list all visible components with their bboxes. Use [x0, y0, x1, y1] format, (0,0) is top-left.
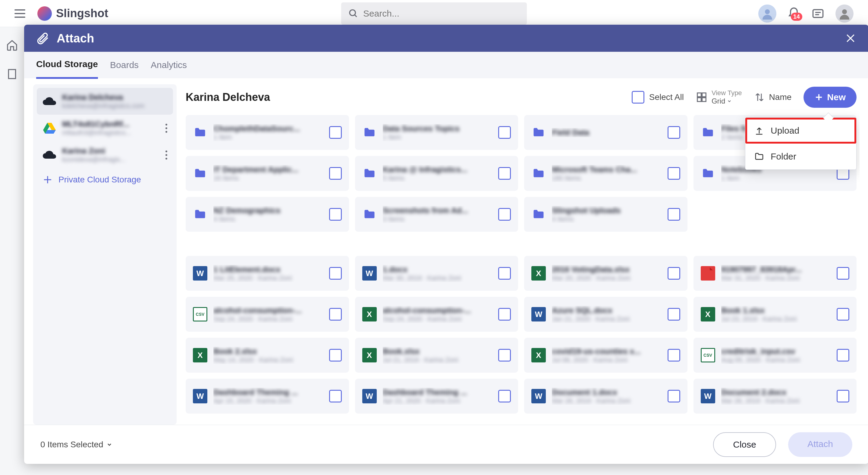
file-card[interactable]: W1.docxMar 30, 2019 · Karina Zoni — [355, 256, 518, 291]
file-checkbox[interactable] — [668, 167, 680, 180]
close-button[interactable] — [844, 32, 857, 44]
app-logo[interactable]: Slingshot — [37, 6, 108, 21]
file-meta: Mar 26, 2019 · Karina Zoni — [721, 397, 831, 405]
select-all-label: Select All — [649, 93, 684, 102]
file-checkbox[interactable] — [498, 126, 511, 139]
tab-analytics[interactable]: Analytics — [151, 52, 187, 78]
file-card[interactable]: Slingshot Uploads4 Items — [524, 197, 687, 232]
new-button[interactable]: New — [804, 87, 857, 108]
file-meta: 4 Items — [213, 215, 323, 223]
file-card[interactable]: Xcovid19-us-counties x...Jul 08, 2020 · … — [524, 338, 687, 373]
dialog-footer: 0 Items Selected Close Attach — [24, 425, 868, 464]
view-type-selector[interactable]: View Type Grid — [696, 89, 742, 105]
svg-rect-7 — [8, 70, 16, 78]
file-card[interactable]: 91907997_83918Apr...Mar 31, 2020 · Karin… — [693, 256, 857, 291]
account-more-button[interactable] — [165, 150, 167, 160]
file-checkbox[interactable] — [837, 390, 849, 403]
file-checkbox[interactable] — [498, 267, 511, 280]
file-meta: 16 Items — [213, 174, 323, 182]
file-card[interactable]: Xalcohol-consumption-...Sep 24, 2020 · K… — [355, 297, 518, 332]
file-checkbox[interactable] — [668, 126, 680, 139]
file-card[interactable]: CSVcreditrisk_input.csvAug 05, 2020 · Ka… — [693, 338, 857, 373]
file-checkbox[interactable] — [668, 349, 680, 362]
search-box[interactable] — [341, 2, 527, 25]
file-checkbox[interactable] — [329, 167, 342, 180]
add-storage-label: Private Cloud Storage — [59, 175, 141, 184]
items-selected-label: 0 Items Selected — [40, 440, 103, 449]
dropdown-upload[interactable]: Upload — [745, 118, 856, 144]
file-card[interactable]: XBook.xlsxJul 21, 2019 · Karina Zoni — [355, 338, 518, 373]
file-card[interactable]: Field Data — [524, 115, 687, 150]
file-name: Data Sources Topics — [383, 124, 493, 133]
file-checkbox[interactable] — [329, 208, 342, 220]
file-checkbox[interactable] — [668, 208, 680, 220]
file-card[interactable]: WAzure SQL.docxJan 21, 2020 · Karina Zon… — [524, 297, 687, 332]
building-icon[interactable] — [6, 68, 18, 80]
storage-account-onedrive-1[interactable]: Karina Delcheva kdelcheva@infragistics.c… — [37, 88, 173, 115]
select-all-control[interactable]: Select All — [632, 91, 684, 104]
file-checkbox[interactable] — [498, 390, 511, 403]
file-card[interactable]: WDocument 2.docxMar 26, 2019 · Karina Zo… — [693, 379, 857, 414]
file-name: Document 2.docx — [721, 388, 831, 397]
close-dialog-button[interactable]: Close — [713, 432, 776, 457]
dropdown-folder[interactable]: Folder — [745, 144, 856, 169]
account-name: Karina Delcheva — [62, 93, 167, 102]
svg-rect-21 — [702, 93, 706, 97]
file-checkbox[interactable] — [498, 167, 511, 180]
file-card[interactable]: XBook 2.xlsxMay 14, 2020 · Karina Zoni — [186, 338, 349, 373]
items-selected-indicator[interactable]: 0 Items Selected — [40, 440, 113, 449]
file-card[interactable]: IT Department Applic...16 Items — [186, 156, 349, 191]
file-checkbox[interactable] — [837, 267, 849, 280]
file-card[interactable]: WDashboard Theming ...Apr 15, 2020 · Kar… — [186, 379, 349, 414]
tab-cloud-storage[interactable]: Cloud Storage — [36, 51, 98, 79]
notifications-button[interactable]: 14 — [787, 7, 801, 20]
app-top-bar: Slingshot 14 — [0, 0, 868, 27]
svg-point-15 — [165, 150, 167, 152]
user-assist-avatar[interactable] — [758, 4, 776, 23]
profile-avatar[interactable] — [835, 4, 854, 23]
add-private-cloud-storage[interactable]: Private Cloud Storage — [37, 168, 173, 191]
file-checkbox[interactable] — [329, 349, 342, 362]
file-card[interactable]: Microsoft Teams Cha...180 Items — [524, 156, 687, 191]
messages-button[interactable] — [811, 7, 825, 20]
file-checkbox[interactable] — [668, 308, 680, 320]
file-checkbox[interactable] — [837, 349, 849, 362]
file-checkbox[interactable] — [498, 208, 511, 220]
file-card[interactable]: WDocument 1.docxMar 26, 2019 · Karina Zo… — [524, 379, 687, 414]
file-card[interactable]: WDashboard Theming ...Apr 21, 2020 · Kar… — [355, 379, 518, 414]
file-checkbox[interactable] — [329, 390, 342, 403]
file-card[interactable]: XBook 1.xlsxJul 23, 2019 · Karina Zoni — [693, 297, 857, 332]
account-more-button[interactable] — [165, 124, 167, 133]
search-input[interactable] — [363, 8, 520, 19]
file-card[interactable]: Data Sources Topics1 Item — [355, 115, 518, 150]
storage-account-onedrive-2[interactable]: Karina Zoni kzonideva@infragis... — [37, 141, 173, 168]
file-card[interactable]: NZ Demographics4 Items — [186, 197, 349, 232]
storage-account-gdrive[interactable]: MLT4s81CybnRf... mltauth3@infragistics..… — [37, 115, 173, 141]
tab-boards[interactable]: Boards — [110, 52, 138, 78]
file-checkbox[interactable] — [329, 126, 342, 139]
file-checkbox[interactable] — [668, 390, 680, 403]
file-name: NZ Demographics — [213, 206, 323, 215]
content-toolbar: Karina Delcheva Select All View Type Gri… — [183, 84, 860, 115]
hamburger-icon[interactable] — [14, 6, 29, 21]
attach-button[interactable]: Attach — [788, 432, 852, 457]
file-card[interactable]: CSValcohol-consumption-...Sep 24, 2020 ·… — [186, 297, 349, 332]
file-checkbox[interactable] — [329, 267, 342, 280]
file-checkbox[interactable] — [668, 267, 680, 280]
file-card[interactable]: Screenshots from Ad...3 Items — [355, 197, 518, 232]
file-card[interactable]: W1 LitElement.docxMar 25, 2020 · Karina … — [186, 256, 349, 291]
file-checkbox[interactable] — [329, 308, 342, 320]
account-name: MLT4s81CybnRf... — [62, 120, 160, 129]
file-checkbox[interactable] — [498, 308, 511, 320]
file-card[interactable]: X2016 VotingData.xlsxMar 20, 2020 · Kari… — [524, 256, 687, 291]
home-icon[interactable] — [6, 39, 18, 51]
file-name: Book 1.xlsx — [721, 306, 831, 315]
select-all-checkbox[interactable] — [632, 91, 644, 104]
file-card[interactable]: Karina @ Infragistics...5 Items — [355, 156, 518, 191]
file-checkbox[interactable] — [837, 308, 849, 320]
sort-control[interactable]: Name — [754, 92, 792, 103]
file-checkbox[interactable] — [498, 349, 511, 362]
file-card[interactable]: ChomplethDataSourc...1 Item — [186, 115, 349, 150]
file-meta: Jul 08, 2020 · Karina Zoni — [552, 356, 661, 364]
file-meta: Mar 26, 2019 · Karina Zoni — [552, 397, 661, 405]
